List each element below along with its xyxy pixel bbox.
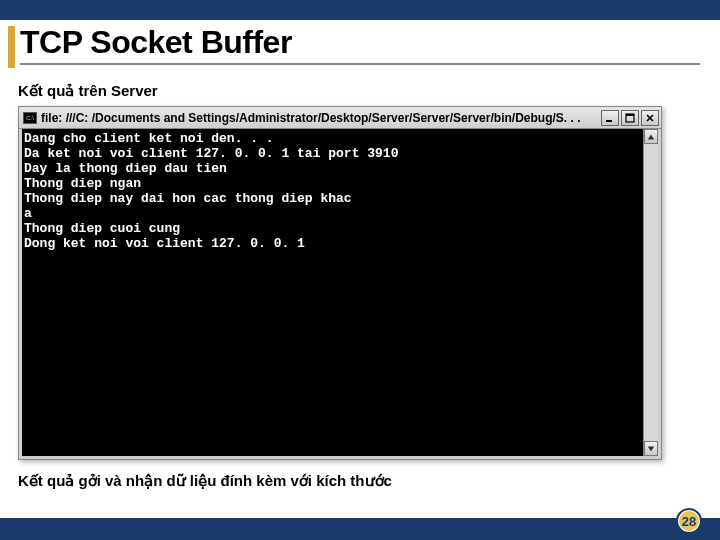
window-buttons (601, 110, 659, 126)
svg-marker-6 (648, 446, 654, 451)
page-number: 28 (682, 514, 696, 529)
console-output: Dang cho client ket noi den. . . Da ket … (24, 131, 654, 454)
maximize-icon (625, 113, 635, 123)
page-number-badge: 28 (676, 508, 702, 534)
minimize-button[interactable] (601, 110, 619, 126)
system-menu-icon[interactable]: C:\ (23, 112, 37, 124)
slide: TCP Socket Buffer Kết quả trên Server C:… (0, 0, 720, 540)
svg-rect-2 (626, 114, 634, 116)
vertical-scrollbar[interactable] (643, 129, 658, 456)
close-icon (645, 113, 655, 123)
scroll-down-button[interactable] (644, 441, 658, 456)
subtitle-text: Kết quả trên Server (18, 82, 158, 100)
scroll-down-icon (647, 445, 655, 453)
console-title-text: file: ///C: /Documents and Settings/Admi… (41, 111, 601, 125)
scroll-up-icon (647, 133, 655, 141)
system-menu-icon-text: C:\ (26, 115, 34, 121)
console-titlebar: C:\ file: ///C: /Documents and Settings/… (19, 107, 661, 129)
slide-title: TCP Socket Buffer (20, 24, 700, 65)
svg-rect-0 (606, 120, 612, 122)
title-wrap: TCP Socket Buffer (20, 24, 700, 65)
close-button[interactable] (641, 110, 659, 126)
slide-accent-stripe (8, 26, 15, 68)
maximize-button[interactable] (621, 110, 639, 126)
svg-marker-5 (648, 134, 654, 139)
console-body: Dang cho client ket noi den. . . Da ket … (22, 129, 658, 456)
minimize-icon (605, 113, 615, 123)
slide-bottom-bar (0, 518, 720, 540)
caption-text: Kết quả gởi và nhận dữ liệu đính kèm với… (18, 472, 392, 490)
scroll-up-button[interactable] (644, 129, 658, 144)
console-window: C:\ file: ///C: /Documents and Settings/… (18, 106, 662, 460)
slide-top-bar (0, 0, 720, 20)
scroll-track[interactable] (644, 144, 658, 441)
